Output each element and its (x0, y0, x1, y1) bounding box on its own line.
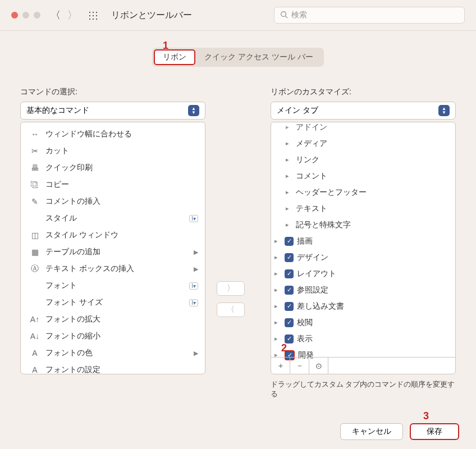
command-item[interactable]: Aフォントの色▶ (22, 345, 204, 361)
command-label: ウィンドウ幅に合わせる (45, 129, 198, 139)
close-window-dot[interactable] (11, 12, 18, 19)
customize-ribbon-select[interactable]: メイン タブ ▲▼ (271, 102, 456, 120)
svg-line-1 (286, 16, 288, 18)
command-item[interactable]: ↔ウィンドウ幅に合わせる (22, 126, 204, 143)
dropdown-badge: I▾ (189, 299, 198, 306)
command-item[interactable]: 🖶クイック印刷 (22, 159, 204, 176)
tree-tab[interactable]: ▸✓デザイン (272, 249, 454, 265)
tree-group[interactable]: ▸ヘッダーとフッター (272, 184, 454, 200)
tree-group[interactable]: ▸リンク (272, 152, 454, 168)
submenu-arrow-icon: ▶ (194, 265, 198, 273)
save-button[interactable]: 保存 (410, 423, 459, 440)
command-item[interactable]: ✂カット (22, 143, 204, 159)
add-command-button[interactable]: 〉 (217, 281, 245, 296)
command-label: フォント (45, 281, 184, 291)
dropdown-badge: I▾ (189, 282, 198, 290)
tree-label: 参照設定 (297, 285, 328, 295)
command-item[interactable]: ⿻コピー (22, 176, 204, 193)
tab-checkbox[interactable]: ✓ (285, 269, 294, 278)
tree-label: 校閲 (297, 318, 313, 328)
search-input[interactable]: 検索 (274, 7, 465, 24)
tree-group[interactable]: ▸テキスト (272, 200, 454, 217)
tree-tab[interactable]: ▸✓参照設定 (272, 282, 454, 298)
add-tab-button[interactable]: ＋ (271, 358, 290, 374)
command-item[interactable]: A↓フォントの縮小 (22, 328, 204, 345)
disclosure-icon: ▸ (274, 335, 281, 342)
command-label: テキスト ボックスの挿入 (45, 264, 188, 274)
more-options-button[interactable]: ⊙ (309, 358, 328, 374)
disclosure-icon: ▸ (274, 286, 281, 294)
tree-tab[interactable]: ▸✓レイアウト (272, 265, 454, 282)
command-label: クイック印刷 (45, 163, 198, 173)
command-label: フォントの色 (45, 348, 188, 358)
tab-qat[interactable]: クイック アクセス ツール バー (195, 49, 322, 65)
remove-command-button[interactable]: 〈 (217, 303, 245, 317)
tree-label: レイアウト (297, 269, 336, 279)
command-item[interactable]: Ⓐテキスト ボックスの挿入▶ (22, 260, 204, 277)
back-arrow-icon[interactable]: 〈 (51, 8, 61, 22)
annotation-2: 2 (281, 342, 287, 354)
tree-tab[interactable]: ▸✓校閲 (272, 314, 454, 331)
svg-point-0 (281, 11, 286, 16)
command-item[interactable]: フォントI▾ (22, 277, 204, 294)
tree-tab[interactable]: ▸✓表示 (272, 331, 454, 347)
command-item[interactable]: Aフォントの設定 (22, 361, 204, 374)
print-icon: 🖶 (30, 163, 40, 173)
select-stepper-icon: ▲▼ (188, 105, 199, 116)
traffic-lights (11, 12, 40, 19)
command-item[interactable]: ✎コメントの挿入 (22, 193, 204, 210)
zoom-window-dot[interactable] (34, 12, 40, 19)
tree-label: メディア (296, 139, 327, 149)
command-label: フォント サイズ (45, 297, 184, 308)
disclosure-icon: ▸ (274, 270, 281, 277)
tree-label: コメント (296, 171, 327, 181)
tab-checkbox[interactable]: ✓ (285, 302, 294, 311)
commands-list[interactable]: ↔ウィンドウ幅に合わせる✂カット🖶クイック印刷⿻コピー✎コメントの挿入スタイルI… (20, 122, 205, 374)
command-label: フォントの縮小 (45, 331, 198, 341)
font-shrink-icon: A↓ (30, 331, 40, 341)
command-item[interactable]: スタイルI▾ (22, 210, 204, 227)
command-label: カット (45, 146, 198, 156)
command-item[interactable]: A↑フォントの拡大 (22, 311, 204, 328)
blank-icon (30, 297, 40, 308)
window-title: リボンとツールバー (111, 10, 192, 21)
grid-icon[interactable] (88, 10, 98, 20)
ribbon-tree[interactable]: ▸アドイン▸メディア▸リンク▸コメント▸ヘッダーとフッター▸テキスト▸記号と特殊… (271, 122, 456, 374)
copy-icon: ⿻ (30, 180, 40, 190)
disclosure-icon: ▸ (286, 189, 292, 196)
tree-label: 表示 (297, 334, 313, 344)
search-icon (280, 11, 288, 20)
tree-group[interactable]: ▸メディア (272, 135, 454, 152)
remove-tab-button[interactable]: － (290, 358, 309, 374)
reorder-hint: ドラッグしてカスタム タブ内のコマンドの順序を変更する (271, 380, 456, 399)
forward-arrow-icon[interactable]: 〉 (67, 8, 77, 22)
tree-group[interactable]: ▸記号と特殊文字 (272, 217, 454, 233)
tab-checkbox[interactable]: ✓ (285, 253, 294, 262)
blank-icon (30, 281, 40, 291)
move-buttons: 〉 〈 (217, 199, 245, 399)
tab-checkbox[interactable]: ✓ (285, 318, 294, 327)
tab-ribbon[interactable]: リボン (154, 49, 195, 65)
search-placeholder: 検索 (291, 10, 307, 20)
tree-group[interactable]: ▸アドイン (272, 122, 454, 135)
tab-checkbox[interactable]: ✓ (285, 286, 294, 295)
command-item[interactable]: ▦テーブルの追加▶ (22, 244, 204, 260)
tab-checkbox[interactable]: ✓ (285, 237, 294, 246)
tree-tab[interactable]: ▸✓差し込み文書 (272, 298, 454, 314)
tree-group[interactable]: ▸コメント (272, 168, 454, 184)
tree-label: 記号と特殊文字 (296, 220, 351, 230)
cancel-button[interactable]: キャンセル (340, 423, 403, 440)
tree-label: ヘッダーとフッター (296, 187, 367, 198)
cut-icon: ✂ (30, 146, 40, 156)
tree-label: 差し込み文書 (297, 301, 344, 311)
annotation-3: 3 (423, 410, 429, 422)
command-label: スタイル (45, 213, 184, 223)
annotation-1: 1 (163, 40, 168, 52)
tree-label: 描画 (297, 236, 313, 246)
tree-tab[interactable]: ▸✓描画 (272, 233, 454, 249)
choose-commands-select[interactable]: 基本的なコマンド ▲▼ (20, 102, 205, 120)
command-item[interactable]: ◫スタイル ウィンドウ (22, 227, 204, 244)
minimize-window-dot[interactable] (22, 12, 29, 19)
command-label: コメントの挿入 (45, 196, 198, 207)
command-item[interactable]: フォント サイズI▾ (22, 294, 204, 311)
